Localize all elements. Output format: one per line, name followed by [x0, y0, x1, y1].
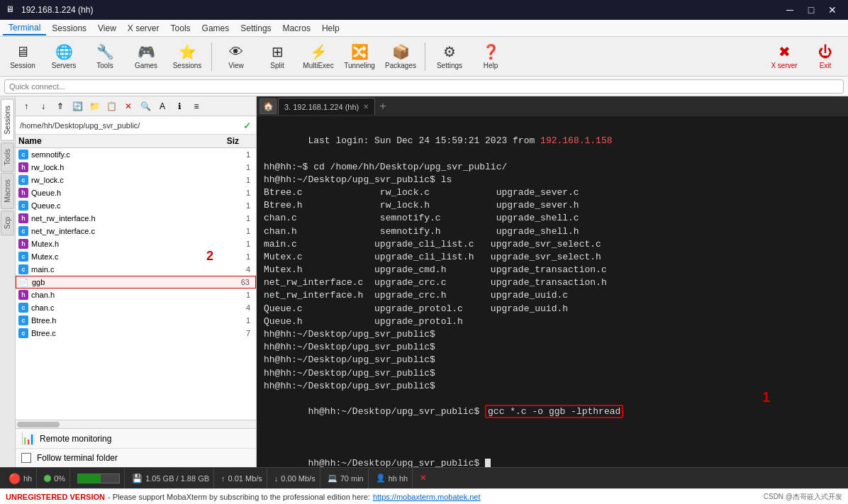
remote-monitoring[interactable]: 📊 Remote monitoring: [16, 429, 256, 449]
menu-view[interactable]: View: [92, 22, 122, 35]
toolbar-session[interactable]: 🖥 Session: [3, 39, 43, 74]
toolbar-sessions[interactable]: ⭐ Sessions: [167, 39, 207, 74]
close-button[interactable]: ✕: [822, 2, 842, 18]
status-upload-label: 0.01 Mb/s: [228, 474, 262, 483]
side-tab-sessions[interactable]: Sessions: [1, 99, 14, 141]
follow-folder-checkbox[interactable]: [21, 453, 31, 463]
toolbar-session-label: Session: [10, 62, 35, 69]
col-name-header: Name: [18, 136, 213, 146]
minimize-button[interactable]: ─: [780, 2, 800, 18]
term-line: Mutex.h upgrade_cmd.h upgrade_transactio…: [264, 264, 841, 276]
toolbar-view[interactable]: 👁 View: [216, 39, 256, 74]
menu-xserver[interactable]: X server: [122, 22, 165, 35]
toolbar-split[interactable]: ⊞ Split: [257, 39, 297, 74]
toolbar-exit-label: Exit: [820, 62, 832, 69]
list-item[interactable]: c semnotify.c 1: [16, 148, 256, 161]
file-plain-icon: 📄: [19, 277, 29, 287]
fp-refresh-btn[interactable]: 🔄: [69, 99, 85, 114]
list-item[interactable]: c net_rw_interface.c 1: [16, 225, 256, 237]
term-line: net_rw_interface.c upgrade_crc.c upgrade…: [264, 276, 841, 289]
terminal-content[interactable]: Last login: Sun Dec 24 15:59:21 2023 fro…: [257, 116, 848, 467]
list-item[interactable]: h net_rw_interface.h 1: [16, 212, 256, 225]
toolbar-xserver[interactable]: ✖ X server: [764, 39, 804, 74]
list-item[interactable]: h Mutex.h 1: [16, 237, 256, 250]
horizontal-scrollbar[interactable]: [16, 420, 256, 428]
file-size: 1: [225, 214, 253, 223]
terminal-cursor: [485, 459, 491, 467]
toolbar-games[interactable]: 🎮 Games: [126, 39, 166, 74]
status-cpu: 0%: [40, 468, 70, 488]
toolbar-exit[interactable]: ⏻ Exit: [805, 39, 845, 74]
toolbar-tools[interactable]: 🔧 Tools: [85, 39, 125, 74]
list-item[interactable]: c Mutex.c 1 2: [16, 250, 256, 263]
term-line: Btree.h rw_lock.h upgrade_sever.h: [264, 199, 841, 212]
path-text: /home/hh/Desktop/upg_svr_public/: [20, 121, 243, 130]
fp-menu-btn[interactable]: ≡: [189, 99, 204, 114]
list-item[interactable]: c main.c 4: [16, 263, 256, 276]
toolbar-servers[interactable]: 🌐 Servers: [44, 39, 84, 74]
list-item[interactable]: h Queue.h 1: [16, 186, 256, 199]
menu-sessions[interactable]: Sessions: [46, 22, 92, 35]
fp-info-btn[interactable]: ℹ: [172, 99, 187, 114]
menu-macros[interactable]: Macros: [277, 22, 316, 35]
tab-close-icon[interactable]: ✕: [363, 103, 369, 111]
toolbar-tools-label: Tools: [96, 62, 113, 69]
toolbar-tunneling-label: Tunneling: [344, 62, 375, 69]
term-line: hh@hh:~/Desktop/upg_svr_public$: [264, 354, 841, 366]
menu-tools[interactable]: Tools: [165, 22, 196, 35]
list-item[interactable]: c Btree.c 7: [16, 327, 256, 340]
tab-add-btn[interactable]: +: [376, 100, 389, 113]
fp-folder-btn[interactable]: 📁: [87, 99, 102, 114]
list-item[interactable]: c Queue.c 1: [16, 199, 256, 212]
fp-top-btn[interactable]: ⇑: [52, 99, 68, 114]
side-tab-tools[interactable]: Tools: [1, 142, 14, 172]
toolbar-multiexec[interactable]: ⚡ MultiExec: [299, 39, 338, 74]
list-item-ggb[interactable]: 📄 ggb 63: [16, 276, 256, 289]
file-name: Btree.h: [31, 316, 225, 325]
status-time: 💻 70 min: [323, 468, 369, 488]
list-item[interactable]: h chan.h 1: [16, 289, 256, 301]
maximize-button[interactable]: □: [801, 2, 821, 18]
fp-search-btn[interactable]: 🔍: [138, 99, 153, 114]
list-item[interactable]: h rw_lock.h 1: [16, 161, 256, 174]
fp-text-btn[interactable]: A: [155, 99, 170, 114]
status-memory-label: 1.05 GB / 1.88 GB: [145, 474, 209, 483]
list-item[interactable]: c Btree.h 1: [16, 314, 256, 327]
term-gcc-line: hh@hh:~/Desktop/upg_svr_public$ gcc *.c …: [264, 393, 841, 444]
fp-down-btn[interactable]: ↓: [35, 99, 51, 114]
toolbar-settings[interactable]: ⚙ Settings: [430, 39, 469, 74]
list-item[interactable]: c rw_lock.c 1: [16, 174, 256, 186]
menu-games[interactable]: Games: [196, 22, 235, 35]
status-close[interactable]: ✕: [415, 468, 430, 488]
side-tab-scp[interactable]: Scp: [1, 211, 14, 235]
list-item[interactable]: c chan.c 4: [16, 301, 256, 314]
follow-folder-row: Follow terminal folder: [16, 449, 256, 467]
multiexec-icon: ⚡: [310, 43, 328, 60]
fp-delete-btn[interactable]: ✕: [121, 99, 136, 114]
status-upload: ↑ 0.01 Mb/s: [217, 468, 267, 488]
fp-up-btn[interactable]: ↑: [18, 99, 34, 114]
term-line: Last login: Sun Dec 24 15:59:21 2023 fro…: [264, 122, 841, 161]
menu-settings[interactable]: Settings: [235, 22, 277, 35]
titlebar: 🖥 192.168.1.224 (hh) ─ □ ✕: [0, 0, 848, 20]
side-tab-macros[interactable]: Macros: [1, 173, 14, 209]
toolbar-packages[interactable]: 📦 Packages: [381, 39, 420, 74]
toolbar-help[interactable]: ❓ Help: [471, 39, 511, 74]
remote-monitoring-label: Remote monitoring: [40, 434, 111, 444]
h-file-icon: h: [18, 213, 28, 223]
menu-help[interactable]: Help: [316, 22, 345, 35]
status-memory: 💾 1.05 GB / 1.88 GB: [128, 468, 214, 488]
tab-home-btn[interactable]: 🏠: [260, 99, 277, 114]
scrollbar-thumb[interactable]: [17, 422, 60, 427]
terminal-tab[interactable]: 3. 192.168.1.224 (hh) ✕: [278, 98, 375, 115]
toolbar-separator-2: [425, 43, 425, 71]
toolbar-xserver-label: X server: [771, 62, 797, 69]
toolbar-tunneling[interactable]: 🔀 Tunneling: [340, 39, 379, 74]
status-time-label: 70 min: [340, 474, 364, 483]
unreg-link[interactable]: https://mobaxterm.mobatek.net: [373, 493, 481, 501]
fp-clipboard-btn[interactable]: 📋: [104, 99, 119, 114]
term-line: hh@hh:~/Desktop/upg_svr_public$: [264, 328, 841, 341]
file-panel: ↑ ↓ ⇑ 🔄 📁 📋 ✕ 🔍 A ℹ ≡ /home/hh/Desktop/u…: [16, 96, 257, 467]
quickconnect-input[interactable]: [4, 79, 844, 94]
menu-terminal[interactable]: Terminal: [3, 21, 46, 35]
